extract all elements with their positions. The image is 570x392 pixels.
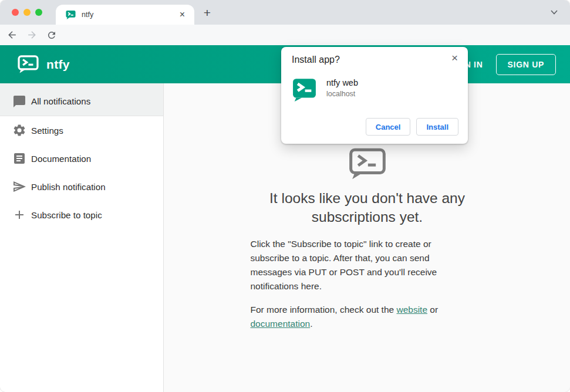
ntfy-logo-icon <box>18 55 39 73</box>
dialog-app-name: ntfy web <box>326 78 358 87</box>
sidebar-item-subscribe-to-topic[interactable]: Subscribe to topic <box>0 201 163 229</box>
send-icon <box>12 180 26 194</box>
dialog-title: Install app? <box>292 55 340 65</box>
documentation-link[interactable]: documentation <box>251 319 311 329</box>
dialog-close-icon[interactable]: × <box>447 50 462 66</box>
website-link[interactable]: website <box>396 305 427 315</box>
sidebar-item-label: All notifications <box>31 96 90 106</box>
chat-icon <box>12 94 26 109</box>
sidebar-item-label: Publish notification <box>31 182 106 192</box>
install-app-dialog: Install app? × ntfy web localhost Cancel… <box>281 47 468 144</box>
sign-up-button[interactable]: SIGN UP <box>496 54 556 75</box>
sidebar-item-label: Documentation <box>31 154 91 164</box>
minimize-window-button[interactable] <box>23 9 31 16</box>
forward-icon[interactable] <box>26 29 38 40</box>
browser-tab-ntfy[interactable]: ntfy × <box>56 5 194 25</box>
dialog-app-origin: localhost <box>326 90 355 98</box>
tab-title: ntfy <box>82 11 93 19</box>
sidebar-item-publish-notification[interactable]: Publish notification <box>0 173 163 201</box>
back-icon[interactable] <box>6 29 18 40</box>
tab-search-chevron-icon[interactable] <box>550 9 558 15</box>
sidebar-item-label: Settings <box>31 126 63 136</box>
paragraph-2-suffix: . <box>310 319 312 329</box>
sidebar-nav: All notifications Settings Documentation… <box>0 83 164 392</box>
sidebar-item-label: Subscribe to topic <box>31 210 102 220</box>
ntfy-favicon-icon <box>66 10 76 20</box>
tab-strip: ntfy × + <box>0 0 570 25</box>
paragraph-2-prefix: For more information, check out the <box>251 305 397 315</box>
plus-icon <box>12 208 26 222</box>
reload-icon[interactable] <box>46 30 57 40</box>
zoom-window-button[interactable] <box>35 9 42 16</box>
install-button[interactable]: Install <box>416 118 458 136</box>
sidebar-item-settings[interactable]: Settings <box>0 116 163 144</box>
cancel-button[interactable]: Cancel <box>366 118 411 136</box>
new-tab-button[interactable]: + <box>200 5 215 21</box>
dialog-actions: Cancel Install <box>366 118 458 136</box>
tab-close-icon[interactable]: × <box>176 9 188 21</box>
close-window-button[interactable] <box>12 9 19 16</box>
ntfy-logo-gray-icon <box>349 148 386 180</box>
browser-window: ntfy × + localhost <box>0 0 570 392</box>
gear-icon <box>12 123 26 137</box>
window-controls <box>12 9 42 16</box>
empty-state-heading: It looks like you don't have any subscri… <box>250 189 485 227</box>
sidebar-item-all-notifications[interactable]: All notifications <box>0 83 163 116</box>
paragraph-2-mid: or <box>427 305 438 315</box>
brand-name: ntfy <box>46 58 70 72</box>
empty-state-paragraph-1: Click the "Subscribe to topic" link to c… <box>251 237 450 293</box>
sidebar-item-documentation[interactable]: Documentation <box>0 144 163 173</box>
ntfy-app-icon <box>292 77 316 102</box>
empty-state-paragraph-2: For more information, check out the webs… <box>251 303 450 331</box>
article-icon <box>12 151 26 165</box>
browser-toolbar: localhost <box>0 25 570 45</box>
